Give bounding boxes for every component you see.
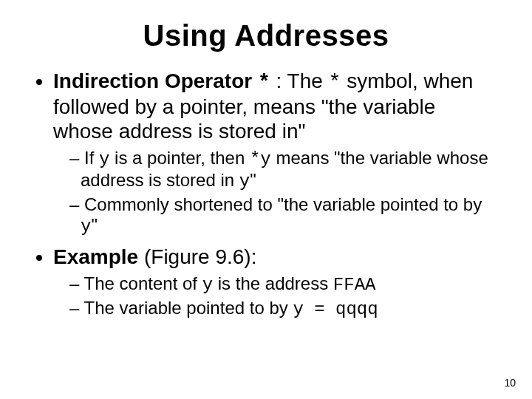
sub-bullet-if-y-pointer: If y is a pointer, then *y means "the va… [69, 148, 499, 193]
sub-bullet-variable-pointed: The variable pointed to by y = qqqq [69, 298, 499, 320]
page-number: 10 [504, 377, 516, 389]
slide-title: Using Addresses [33, 19, 499, 52]
sub-bullet-content-of-y: The content of y is the address FFAA [69, 273, 499, 296]
sub-bullet-shortened: Commonly shortened to "the variable poin… [69, 194, 499, 238]
sub-bullet-list: The content of y is the address FFAA The… [53, 273, 499, 320]
bullet-example: Example (Figure 9.6): The content of y i… [53, 245, 499, 320]
slide: Using Addresses Indirection Operator * :… [0, 0, 532, 399]
bullet-term: Example [53, 245, 138, 268]
bullet-term: Indirection Operator * [53, 69, 270, 92]
bullet-indirection-operator: Indirection Operator * : The * symbol, w… [53, 69, 499, 237]
sub-bullet-list: If y is a pointer, then *y means "the va… [53, 148, 499, 237]
bullet-list: Indirection Operator * : The * symbol, w… [33, 69, 499, 320]
